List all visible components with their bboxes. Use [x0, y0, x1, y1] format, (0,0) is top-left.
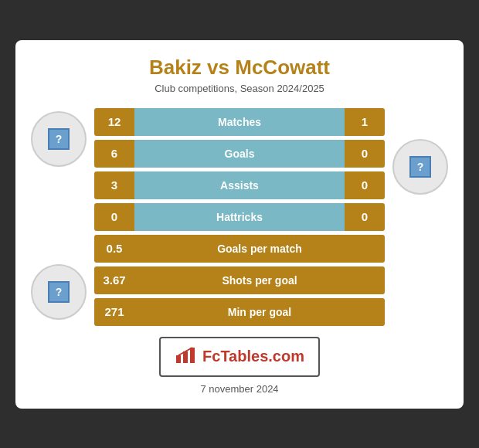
stat-label-matches: Matches	[134, 108, 345, 136]
stat-label-hattricks: Hattricks	[134, 203, 345, 231]
stat-right-assists: 0	[345, 171, 385, 199]
page-subtitle: Club competitions, Season 2024/2025	[31, 83, 448, 94]
stat-left-matches: 12	[94, 108, 134, 136]
stat-left-shots-per-goal: 3.67	[94, 266, 134, 294]
stat-left-goals-per-match: 0.5	[94, 235, 134, 263]
stat-label-shots-per-goal: Shots per goal	[134, 266, 385, 294]
stat-left-goals: 6	[94, 140, 134, 168]
stat-row-shots-per-goal: 3.67 Shots per goal	[94, 266, 385, 294]
stat-label-assists: Assists	[134, 171, 345, 199]
avatar-right: ?	[392, 139, 448, 195]
stat-left-min-per-goal: 271	[94, 298, 134, 326]
logo-text: FcTables.com	[202, 348, 304, 365]
logo-box: FcTables.com	[159, 337, 320, 377]
logo-tables: Tables.com	[220, 348, 304, 365]
date-label: 7 november 2024	[31, 383, 448, 395]
stat-row-assists: 3 Assists 0	[94, 171, 385, 199]
svg-rect-2	[190, 348, 195, 363]
page-title: Bakiz vs McCowatt	[31, 56, 448, 80]
avatar-right-icon: ?	[409, 156, 431, 178]
avatar-left-bottom: ?	[31, 264, 87, 320]
stat-right-matches: 1	[345, 108, 385, 136]
avatar-left-top-icon: ?	[48, 128, 70, 150]
left-avatars: ? ?	[31, 111, 87, 320]
stat-left-assists: 3	[94, 171, 134, 199]
stat-row-min-per-goal: 271 Min per goal	[94, 298, 385, 326]
stat-label-goals-per-match: Goals per match	[134, 235, 385, 263]
stat-right-hattricks: 0	[345, 203, 385, 231]
logo-area: FcTables.com	[31, 337, 448, 377]
right-col: ?	[392, 139, 448, 195]
logo-chart-icon	[175, 344, 196, 369]
content-area: ? ? 12 Matches 1 6 Goals 0 3	[31, 108, 448, 326]
stat-label-min-per-goal: Min per goal	[134, 298, 385, 326]
stat-row-hattricks: 0 Hattricks 0	[94, 203, 385, 231]
avatar-left-bottom-icon: ?	[48, 281, 70, 303]
stat-label-goals: Goals	[134, 140, 345, 168]
avatar-left-top: ?	[31, 111, 87, 167]
svg-rect-0	[176, 355, 181, 363]
stat-right-goals: 0	[345, 140, 385, 168]
stat-row-goals: 6 Goals 0	[94, 140, 385, 168]
main-card: Bakiz vs McCowatt Club competitions, Sea…	[15, 40, 464, 409]
stat-row-goals-per-match: 0.5 Goals per match	[94, 235, 385, 263]
stat-left-hattricks: 0	[94, 203, 134, 231]
stat-row-matches: 12 Matches 1	[94, 108, 385, 136]
logo-fc: Fc	[202, 348, 220, 365]
stats-area: 12 Matches 1 6 Goals 0 3 Assists 0 0 Hat…	[94, 108, 385, 326]
